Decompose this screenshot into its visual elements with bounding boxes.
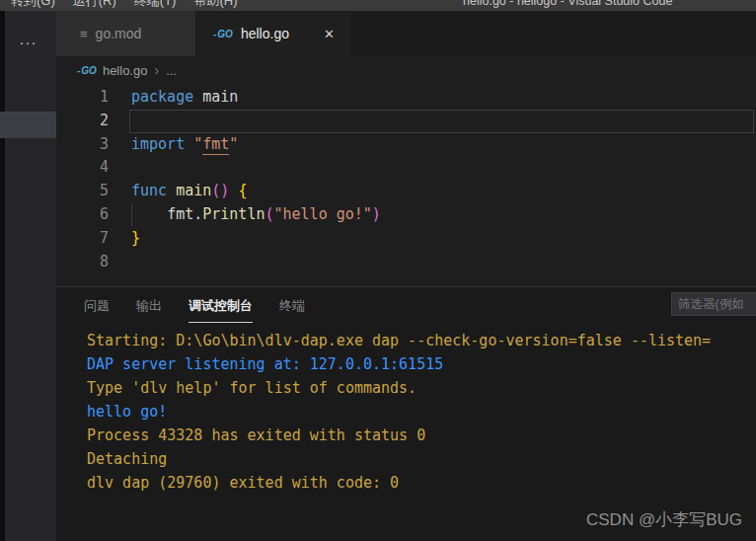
line-number[interactable]: 6 [56, 203, 109, 227]
editor-line[interactable]: 5func main() { [56, 180, 756, 203]
console-line: DAP server listening at: 127.0.0.1:61515 [87, 352, 756, 376]
breadcrumb-symbol[interactable]: ... [166, 63, 177, 78]
debug-console-output: Starting: D:\Go\bin\dlv-dap.exe dap --ch… [56, 323, 756, 495]
console-line: Detaching [87, 447, 756, 471]
tab-hello-go[interactable]: GO hello.go ✕ [196, 11, 350, 56]
tab-label: go.mod [96, 26, 142, 41]
code-token: fmt [167, 205, 193, 223]
menu-goto[interactable]: 转到(G) [2, 0, 64, 11]
editor-group: ≡ go.mod GO hello.go ✕ GO hello.go › ...… [56, 11, 756, 541]
code-token: "hello go!" [274, 205, 372, 223]
code-token: { [238, 182, 247, 199]
code-line-text[interactable]: func main() { [131, 180, 756, 203]
line-number[interactable]: 7 [56, 227, 109, 251]
code-line-text[interactable]: } [131, 227, 756, 251]
code-token: func [131, 182, 167, 199]
bottom-panel: 问题 输出 调试控制台 终端 Starting: D:\Go\bin\dlv-d… [56, 286, 756, 541]
indent-guide [131, 204, 132, 226]
editor-line[interactable]: 3import "fmt" [56, 133, 756, 157]
code-token [167, 182, 176, 199]
panel-header: 问题 输出 调试控制台 终端 [56, 287, 756, 323]
code-token [185, 135, 193, 153]
panel-tab-problems[interactable]: 问题 [84, 290, 110, 323]
chevron-right-icon: › [154, 62, 159, 78]
code-token: main [202, 88, 238, 106]
line-number[interactable]: 5 [56, 180, 109, 203]
code-editor[interactable]: 1package main23import "fmt"45func main()… [56, 84, 756, 286]
line-number[interactable]: 8 [56, 251, 109, 274]
code-line-text[interactable]: import "fmt" [131, 133, 756, 157]
code-line-text[interactable]: fmt.Println("hello go!") [131, 203, 756, 227]
panel-tab-terminal[interactable]: 终端 [279, 290, 305, 323]
editor-line[interactable]: 7} [56, 227, 756, 251]
window-title: hello.go - hellogo - Visual Studio Code [463, 0, 672, 11]
code-token [131, 205, 167, 223]
code-line-text[interactable] [131, 251, 756, 274]
code-token: import [131, 135, 185, 153]
menu-terminal[interactable]: 终端(T) [125, 0, 186, 11]
go-file-icon: GO [77, 65, 97, 76]
code-token: . [193, 205, 202, 223]
line-number[interactable]: 1 [56, 86, 109, 110]
code-token [193, 88, 202, 106]
panel-tab-output[interactable]: 输出 [136, 290, 162, 323]
console-line: Starting: D:\Go\bin\dlv-dap.exe dap --ch… [87, 329, 756, 352]
sidebar-selected-item[interactable] [0, 112, 56, 138]
code-line-text[interactable] [131, 110, 756, 133]
editor-lines: 1package main23import "fmt"45func main()… [56, 86, 756, 273]
code-token: " [229, 135, 238, 153]
editor-line[interactable]: 2 [56, 110, 756, 133]
code-token: Println [202, 205, 265, 223]
code-token: package [131, 88, 193, 106]
menu-help[interactable]: 帮助(H) [185, 0, 246, 11]
go-file-icon: GO [213, 29, 233, 39]
code-line-text[interactable]: package main [131, 86, 756, 110]
editor-line[interactable]: 8 [56, 251, 756, 274]
console-line: hello go! [87, 400, 756, 424]
go-mod-file-icon: ≡ [80, 27, 88, 41]
code-token: " [193, 135, 202, 153]
line-number[interactable]: 2 [56, 110, 109, 133]
tab-label: hello.go [241, 26, 289, 41]
code-token: } [131, 229, 140, 247]
editor-line[interactable]: 6 fmt.Println("hello go!") [56, 203, 756, 227]
more-actions-icon[interactable]: ··· [0, 35, 56, 50]
tab-bar: ≡ go.mod GO hello.go ✕ [56, 11, 756, 56]
breadcrumb-file[interactable]: hello.go [103, 63, 148, 78]
console-filter-input[interactable] [671, 292, 756, 316]
code-token: ) [372, 205, 381, 223]
tab-go-mod[interactable]: ≡ go.mod [56, 11, 196, 56]
editor-line[interactable]: 4 [56, 156, 756, 180]
panel-tab-debug-console[interactable]: 调试控制台 [189, 290, 253, 323]
console-line: Type 'dlv help' for list of commands. [87, 376, 756, 400]
line-number[interactable]: 3 [56, 133, 109, 157]
sidebar-rail [0, 11, 5, 541]
breadcrumb: GO hello.go › ... [56, 56, 756, 84]
code-token: ( [265, 205, 273, 223]
menu-bar: 转到(G) 运行(R) 终端(T) 帮助(H) hello.go - hello… [0, 0, 756, 11]
code-line-text[interactable] [131, 156, 756, 180]
code-token: () [211, 182, 229, 199]
console-line: dlv dap (29760) exited with code: 0 [87, 471, 756, 495]
code-token: main [176, 182, 211, 199]
editor-line[interactable]: 1package main [56, 86, 756, 110]
line-number[interactable]: 4 [56, 156, 109, 180]
sidebar: ··· [0, 11, 56, 541]
console-line: Process 43328 has exited with status 0 [87, 424, 756, 447]
watermark: CSDN @小李写BUG [586, 508, 742, 531]
code-token: fmt [202, 135, 229, 155]
close-icon[interactable]: ✕ [320, 25, 339, 43]
menu-run[interactable]: 运行(R) [64, 0, 125, 11]
vscode-window: 转到(G) 运行(R) 终端(T) 帮助(H) hello.go - hello… [0, 0, 756, 541]
